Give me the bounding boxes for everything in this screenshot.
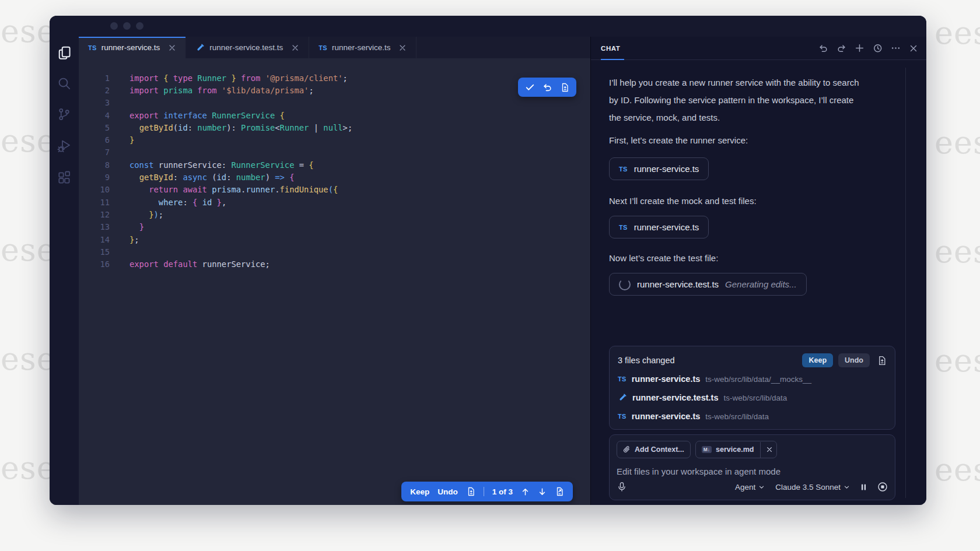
code-line: 4export interface RunnerService {	[79, 109, 590, 121]
test-file-icon	[618, 393, 627, 402]
close-icon[interactable]	[909, 44, 918, 53]
activity-bar	[50, 37, 79, 505]
code-line-content: export interface RunnerService {	[130, 111, 285, 120]
changes-title: 3 files changed	[618, 356, 802, 365]
view-diff-icon[interactable]	[877, 356, 887, 366]
redo-icon[interactable]	[836, 43, 846, 53]
watermark-text: eesel	[935, 124, 980, 161]
traffic-light-zoom[interactable]	[136, 22, 144, 30]
chat-actions	[818, 37, 918, 59]
close-icon[interactable]	[168, 44, 176, 52]
editor-tab-0[interactable]: TSrunner-service.ts	[79, 37, 186, 58]
line-number: 3	[79, 98, 110, 107]
code-line-content: where: { id },	[130, 198, 226, 207]
code-line-content: };	[130, 235, 139, 244]
model-selector[interactable]: Claude 3.5 Sonnet	[775, 483, 850, 492]
code-line-content: import prisma from '$lib/data/prisma';	[130, 86, 314, 95]
chat-scrollbar-track[interactable]	[905, 68, 906, 498]
changed-file-row[interactable]: runner-service.test.tsts-web/src/lib/dat…	[618, 390, 887, 405]
changed-files-list: TSrunner-service.tsts-web/src/lib/data/_…	[618, 371, 887, 424]
add-context-button[interactable]: Add Context...	[617, 441, 691, 458]
changed-file-row[interactable]: TSrunner-service.tsts-web/src/lib/data/_…	[618, 371, 887, 387]
code-line: 15	[79, 245, 590, 258]
code-line: 13 }	[79, 221, 590, 233]
extensions-icon	[57, 171, 71, 185]
tab-chat[interactable]: CHAT	[601, 37, 621, 59]
undo-all-button[interactable]: Undo	[838, 353, 870, 367]
code-line-content: });	[130, 210, 163, 219]
watermark-text: eesel	[935, 451, 980, 488]
divider	[484, 487, 484, 496]
activity-item-debug[interactable]	[50, 136, 79, 156]
history-icon[interactable]	[873, 43, 883, 53]
editor-tab-bar: TSrunner-service.tsrunner-service.test.t…	[79, 37, 590, 58]
next-change-icon[interactable]	[538, 487, 547, 496]
change-counter: 1 of 3	[492, 487, 513, 496]
line-number: 15	[79, 247, 110, 257]
add-context-label: Add Context...	[635, 445, 684, 454]
editor-tab-1[interactable]: runner-service.test.ts	[186, 37, 309, 58]
chat-input-card[interactable]: Add Context... M↓ service.md Edit files …	[609, 434, 895, 500]
traffic-light-close[interactable]	[110, 22, 118, 30]
traffic-light-minimize[interactable]	[123, 22, 131, 30]
keep-button[interactable]: Keep	[410, 487, 429, 496]
code-line-content: }	[130, 222, 144, 231]
undo-button[interactable]: Undo	[438, 487, 458, 496]
code-line: 9 getById: async (id: number) => {	[79, 171, 590, 183]
activity-item-source-control[interactable]	[50, 104, 79, 124]
changed-file-path: ts-web/src/lib/data	[723, 394, 787, 402]
accept-check-icon[interactable]	[525, 82, 535, 92]
remove-attachment-icon[interactable]	[766, 446, 773, 453]
new-chat-icon[interactable]	[855, 43, 864, 53]
editor-column: TSrunner-service.tsrunner-service.test.t…	[79, 37, 590, 505]
close-icon[interactable]	[398, 44, 407, 52]
chevron-down-icon	[758, 484, 765, 490]
stop-recording-icon[interactable]	[877, 482, 888, 492]
tab-label: runner-service.ts	[332, 43, 391, 52]
chat-input-placeholder[interactable]: Edit files in your workspace in agent mo…	[617, 466, 888, 476]
more-icon[interactable]	[891, 43, 901, 53]
keep-all-button[interactable]: Keep	[802, 353, 833, 367]
line-number: 4	[79, 111, 110, 120]
watermark-text: eesel	[935, 233, 980, 270]
window-titlebar	[50, 16, 926, 37]
assistant-message-step2: Next I’ll create the mock and test files…	[609, 192, 895, 210]
explorer-icon	[57, 45, 72, 60]
chat-header: CHAT	[591, 37, 926, 60]
assistant-message-intro: I’ll help you create a new runner servic…	[609, 74, 895, 127]
watermark-text: eesel	[935, 342, 980, 379]
line-number: 13	[79, 222, 110, 231]
activity-item-extensions[interactable]	[50, 168, 79, 188]
code-line: 2import prisma from '$lib/data/prisma';	[79, 84, 590, 96]
changes-card-header: 3 files changed Keep Undo	[618, 353, 887, 368]
line-number: 5	[79, 123, 110, 132]
editor-tab-2[interactable]: TSrunner-service.ts	[309, 37, 416, 58]
changed-file-row[interactable]: TSrunner-service.tsts-web/src/lib/data	[618, 409, 887, 424]
undo-icon[interactable]	[818, 43, 828, 53]
code-line: 11 where: { id },	[79, 196, 590, 208]
previous-change-icon[interactable]	[521, 487, 530, 496]
file-diff-icon[interactable]	[466, 487, 475, 496]
attached-file-chip[interactable]: M↓ service.md	[695, 441, 778, 458]
undo-icon[interactable]	[542, 82, 552, 92]
pause-icon[interactable]	[859, 483, 868, 492]
file-diff-icon[interactable]	[560, 83, 569, 92]
changed-file-name: runner-service.ts	[632, 374, 701, 384]
open-changes-icon[interactable]	[555, 487, 564, 496]
code-line-content: const runnerService: RunnerService = {	[130, 160, 314, 170]
created-file-chip[interactable]: TS runner-service.ts	[609, 216, 709, 238]
close-icon[interactable]	[291, 44, 299, 52]
typescript-icon: TS	[88, 44, 97, 51]
file-chip-name: runner-service.test.ts	[637, 279, 719, 289]
activity-item-search[interactable]	[50, 73, 79, 93]
generating-file-chip[interactable]: runner-service.test.ts Generating edits.…	[609, 273, 807, 296]
code-line-content: import { type Runner } from '@prisma/cli…	[130, 73, 348, 83]
code-line-content: getById(id: number): Promise<Runner | nu…	[130, 123, 352, 132]
typescript-icon: TS	[618, 413, 626, 420]
activity-item-explorer[interactable]	[50, 43, 79, 62]
microphone-icon[interactable]	[617, 482, 627, 492]
attachment-name: service.md	[716, 445, 754, 454]
created-file-chip[interactable]: TS runner-service.ts	[609, 157, 709, 180]
mode-selector[interactable]: Agent	[735, 483, 765, 492]
chat-panel: CHAT I’ll help you create a new runner s…	[590, 37, 926, 505]
